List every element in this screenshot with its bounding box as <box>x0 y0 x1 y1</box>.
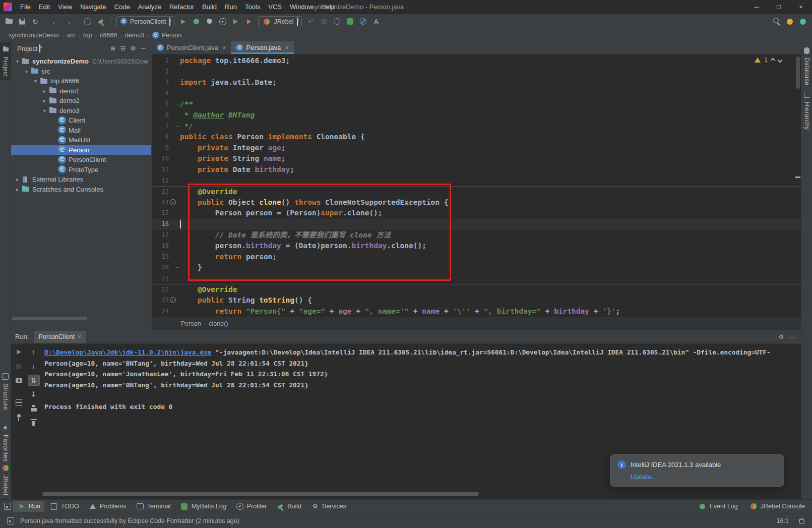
search-icon[interactable] <box>771 16 783 27</box>
menu-vcs[interactable]: VCS <box>264 0 286 14</box>
override-method-icon[interactable] <box>170 297 176 303</box>
code-line-2[interactable]: 2 <box>152 67 801 78</box>
fold-marker[interactable]: − <box>176 99 179 110</box>
code-line-3[interactable]: 3import java.util.Date; <box>152 77 801 88</box>
settings-icon[interactable]: ⚙ <box>129 44 138 53</box>
gradle-refresh-icon[interactable] <box>797 16 809 27</box>
tool-window-button-problems[interactable]: Problems <box>84 501 131 512</box>
status-bar-icon[interactable] <box>6 516 15 525</box>
next-occurrence-icon[interactable]: ↓ <box>28 361 40 372</box>
revert-icon[interactable]: ↶ <box>305 16 317 27</box>
menu-tools[interactable]: Tools <box>241 0 264 14</box>
restore-layout-icon[interactable] <box>13 397 25 408</box>
code-line-6[interactable]: 6 * @author BNTang <box>152 110 801 121</box>
tree-item-demo3[interactable]: ▾demo3 <box>11 106 151 116</box>
mybatis-icon[interactable] <box>344 16 356 27</box>
breadcrumb-item-demo3[interactable]: demo3 <box>122 31 147 39</box>
code-with-me-icon[interactable] <box>331 16 343 27</box>
run-anything-icon[interactable] <box>82 16 94 27</box>
hide-icon[interactable]: ─ <box>139 44 148 53</box>
console-scrollbar[interactable] <box>42 492 479 496</box>
menu-refactor[interactable]: Refactor <box>165 0 198 14</box>
stripe-button-hierarchy[interactable]: Hierarchy <box>801 88 812 133</box>
fold-marker[interactable]: − <box>176 262 179 273</box>
code-line-18[interactable]: 18 person.birthday = (Date)person.birthd… <box>152 241 801 252</box>
back-icon[interactable]: ← <box>49 16 61 27</box>
run-icon[interactable] <box>177 16 190 27</box>
clear-all-icon[interactable] <box>28 417 40 428</box>
code-line-4[interactable]: 4 <box>152 88 801 99</box>
tool-window-button-todo[interactable]: TODO <box>45 501 83 512</box>
tree-item-src[interactable]: ▾src <box>11 67 151 77</box>
code-line-9[interactable]: 9 private Integer age; <box>152 143 801 154</box>
code-line-11[interactable]: 11 private Date birthday; <box>152 164 801 175</box>
editor-breadcrumb-item-clone[interactable]: clone() <box>209 320 228 327</box>
close-icon[interactable]: × <box>285 44 289 51</box>
menu-run[interactable]: Run <box>221 0 241 14</box>
profiler-icon[interactable] <box>217 16 229 27</box>
settings-icon[interactable]: ⚙ <box>777 332 786 341</box>
code-editor[interactable]: 1package top.it6666.demo3;23import java.… <box>152 54 801 317</box>
tree-item-demo1[interactable]: ▸demo1 <box>11 86 151 96</box>
stripe-button-favorites[interactable]: ★Favorites <box>0 421 11 464</box>
tree-item-client[interactable]: Client <box>11 115 151 126</box>
jrebel-combo[interactable]: JRebel▾ <box>258 16 302 27</box>
stripe-button-project[interactable]: Project <box>0 42 11 80</box>
code-line-24[interactable]: 24 return "Person{" + "age=" + age + ", … <box>152 306 801 317</box>
menu-code[interactable]: Code <box>110 0 134 14</box>
chevron-down-icon[interactable]: ▾ <box>41 108 48 113</box>
rerun-icon[interactable] <box>230 16 242 27</box>
stop-icon[interactable] <box>318 16 330 27</box>
tree-item-synchronizedemo[interactable]: ▾synchronizeDemoC:\Users\30315\Dow <box>11 56 151 67</box>
soft-wrap-icon[interactable]: ⇅ <box>28 375 40 386</box>
close-icon[interactable]: × <box>78 333 81 340</box>
chevron-down-icon[interactable] <box>778 57 783 63</box>
menu-edit[interactable]: Edit <box>35 0 54 14</box>
chevron-up-icon[interactable] <box>771 57 776 63</box>
stop-icon[interactable] <box>13 361 25 372</box>
tool-window-button-event-log[interactable]: Event Log <box>694 501 741 512</box>
tree-item-mailutil[interactable]: MailUtil <box>11 135 151 145</box>
tree-item-personclient[interactable]: PersonClient <box>11 155 151 165</box>
run-tab[interactable]: PersonClient × <box>34 331 86 343</box>
code-line-20[interactable]: 20− } <box>152 262 801 273</box>
run-config-combo[interactable]: CPersonClient▾ <box>116 16 174 27</box>
tree-item-external-libraries[interactable]: ▸External Libraries <box>11 174 151 185</box>
stripe-button-structure[interactable]: Structure <box>0 369 11 413</box>
stripe-button-database[interactable]: Database <box>801 43 812 88</box>
breadcrumb-item-top[interactable]: top <box>81 31 94 39</box>
forward-icon[interactable]: → <box>62 16 74 27</box>
hide-icon[interactable]: ─ <box>788 332 797 341</box>
code-line-5[interactable]: 5−/** <box>152 99 801 110</box>
code-line-21[interactable]: 21 <box>152 273 801 284</box>
tool-window-button-run[interactable]: Run <box>13 501 44 512</box>
tree-item-prototype[interactable]: ProtoType <box>11 165 151 175</box>
chevron-right-icon[interactable]: ▸ <box>41 88 48 94</box>
minimize-button[interactable]: ─ <box>745 0 768 14</box>
breadcrumb-item-person[interactable]: CPerson <box>150 31 184 39</box>
chevron-right-icon[interactable]: ▸ <box>41 98 48 103</box>
editor-tab-personclient-java[interactable]: CPersonClient.java× <box>152 41 231 54</box>
breadcrumb-item-synchronizedemo[interactable]: synchronizeDemo <box>6 31 61 39</box>
menu-analyze[interactable]: Analyze <box>134 0 165 14</box>
menu-file[interactable]: File <box>16 0 35 14</box>
caret-position[interactable]: 16:1 <box>777 517 789 524</box>
code-line-8[interactable]: 8public class Person implements Cloneabl… <box>152 132 801 143</box>
tool-window-button-mybatis-log[interactable]: MyBatis Log <box>176 501 230 512</box>
code-line-15[interactable]: 15 Person person = (Person)super.clone()… <box>152 208 801 219</box>
translate-icon[interactable]: A <box>370 16 383 27</box>
tool-window-button-services[interactable]: ⚙Services <box>306 501 350 512</box>
tree-item-person[interactable]: Person <box>11 145 151 155</box>
code-line-1[interactable]: 1package top.it6666.demo3; <box>152 55 801 67</box>
lock-icon[interactable] <box>797 516 806 525</box>
code-line-12[interactable]: 12 <box>152 175 801 187</box>
rerun-icon[interactable] <box>13 346 25 358</box>
breadcrumb-item-src[interactable]: src <box>65 31 78 39</box>
warning-stripe-mark[interactable] <box>795 177 800 178</box>
update-icon[interactable] <box>784 16 796 27</box>
code-line-10[interactable]: 10 private String name; <box>152 153 801 164</box>
tool-window-button-build[interactable]: Build <box>272 501 305 512</box>
chevron-down-icon[interactable]: ▾ <box>32 78 39 84</box>
menu-build[interactable]: Build <box>198 0 221 14</box>
menu-navigate[interactable]: Navigate <box>76 0 110 14</box>
